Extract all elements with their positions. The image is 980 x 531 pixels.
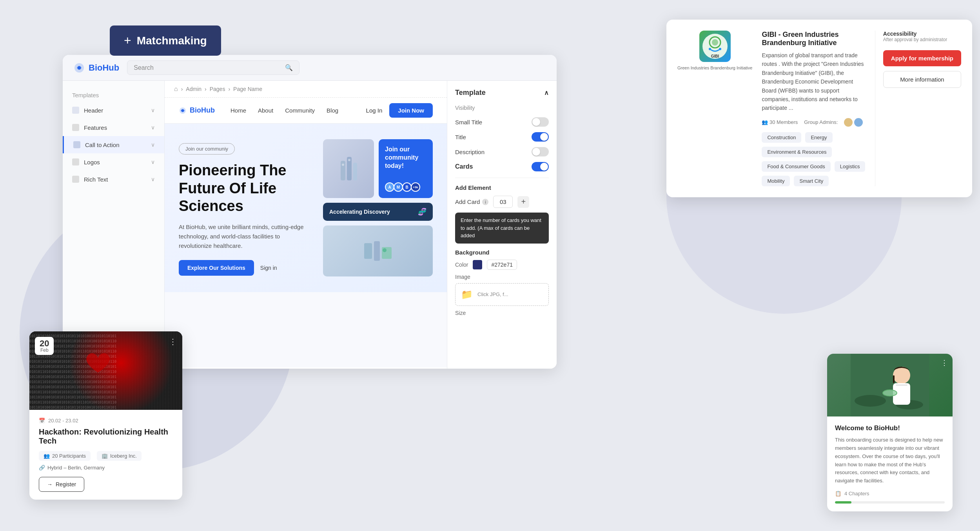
breadcrumb-pages[interactable]: Pages	[210, 86, 225, 92]
sidebar-label-features: Features	[84, 124, 107, 131]
search-bar[interactable]: Search 🔍	[127, 60, 299, 75]
svg-point-1	[78, 66, 81, 69]
progress-fill	[835, 501, 851, 504]
sidebar-label-header: Header	[84, 107, 103, 114]
register-button[interactable]: → Register	[39, 477, 84, 492]
hero-badge: Join our communiy	[179, 143, 235, 155]
title-label: Title	[455, 134, 466, 140]
breadcrumb-admin[interactable]: Admin	[186, 86, 201, 92]
svg-point-37	[893, 367, 910, 384]
panel-divider	[455, 178, 549, 178]
sidebar-item-cta[interactable]: Call to Action ∨	[63, 136, 164, 153]
website-preview: BioHub Home About Community Blog Log In …	[165, 98, 447, 367]
svg-rect-9	[364, 243, 372, 259]
description-label: Description	[455, 149, 485, 155]
matchmaking-button[interactable]: + Matchmaking	[110, 25, 221, 56]
sidebar-item-richtext[interactable]: Rich Text ∨	[63, 171, 164, 188]
login-button[interactable]: Log In	[366, 107, 383, 114]
participants-icon: 👥	[44, 453, 50, 459]
event-location: 🔗 Hybrid – Berlin, Germany	[39, 465, 173, 471]
breadcrumb-pagename[interactable]: Page Name	[233, 86, 262, 92]
more-information-button[interactable]: More information	[883, 71, 961, 88]
preview-nav-actions: Log In Join Now	[366, 103, 433, 118]
gibi-title: GIBI - Green Industries Brandenburg Init…	[762, 31, 865, 47]
svg-point-17	[719, 48, 721, 50]
panel-title: Template	[455, 89, 486, 97]
svg-text:010101101010010101011010110101: 0101011010100101010110101101010010101011…	[29, 380, 116, 384]
collapse-icon[interactable]: ∧	[544, 89, 549, 96]
nav-link-community[interactable]: Community	[285, 107, 315, 114]
background-section: Background Color #272e71 Image 📁 Click J…	[455, 249, 549, 316]
home-icon[interactable]: ⌂	[174, 85, 178, 93]
nav-link-about[interactable]: About	[258, 107, 273, 114]
scientist-illustration	[851, 354, 929, 416]
breadcrumb-sep1: ›	[181, 86, 183, 92]
small-title-toggle[interactable]	[532, 117, 549, 127]
svg-point-3	[181, 109, 184, 112]
preview-nav: BioHub Home About Community Blog Log In …	[165, 98, 447, 124]
tag-smart-city: Smart City	[794, 176, 829, 186]
tag-environment: Environment & Resources	[762, 147, 832, 157]
svg-point-15	[712, 39, 718, 45]
discovery-icon: 🧬	[418, 207, 426, 216]
cards-toggle[interactable]	[532, 162, 549, 171]
add-card-plus-button[interactable]: +	[517, 196, 529, 208]
image-upload-box[interactable]: 📁 Click JPG, f...	[455, 283, 549, 306]
event-body: 📅 20.02 - 23.02 Hackathon: Revolutionizi…	[29, 410, 182, 500]
svg-point-12	[383, 248, 387, 252]
toggle-small-title: Small Title	[455, 117, 549, 127]
community-card-title: Join our community today!	[385, 145, 426, 170]
member-a: A	[385, 182, 394, 192]
svg-rect-6	[353, 163, 357, 180]
onboarding-card: ⋮ Welcome to BioHub! This onboarding cou…	[827, 354, 953, 511]
event-menu-button[interactable]: ⋮	[169, 337, 177, 346]
gibi-logo-icon: GIBI	[701, 33, 729, 60]
color-value[interactable]: #272e71	[487, 260, 517, 270]
chapters-count: 4 Chapters	[844, 491, 869, 496]
onboarding-image: ⋮	[827, 354, 953, 416]
small-title-label: Small Title	[455, 119, 482, 125]
title-toggle[interactable]	[532, 132, 549, 142]
admin-logo-text: BioHub	[89, 63, 119, 73]
tooltip-box: Enter the number of cards you want to ad…	[455, 213, 549, 244]
svg-text:010101101010010101011010110101: 0101011010100101010110101101010010101011…	[29, 390, 116, 394]
features-icon	[72, 124, 79, 131]
add-card-input[interactable]	[493, 196, 513, 208]
explore-button[interactable]: Explore Our Solutions	[179, 260, 254, 276]
participants-badge: 👥 20 Participants	[39, 451, 91, 461]
gibi-description: Expansion of global transport and trade …	[762, 51, 865, 113]
nav-link-blog[interactable]: Blog	[327, 107, 338, 114]
sidebar-label-richtext: Rich Text	[84, 176, 108, 183]
admin-avatar-2	[854, 118, 863, 127]
onboarding-body: Welcome to BioHub! This onboarding cours…	[827, 416, 953, 511]
sidebar-item-header[interactable]: Header ∨	[63, 102, 164, 119]
gibi-main: GIBI - Green Industries Brandenburg Init…	[762, 31, 865, 186]
onboarding-menu-button[interactable]: ⋮	[941, 358, 948, 367]
description-knob	[532, 148, 540, 156]
nav-link-home[interactable]: Home	[230, 107, 246, 114]
sidebar-item-logos[interactable]: Logos ∨	[63, 153, 164, 171]
svg-text:GIBI: GIBI	[711, 54, 719, 58]
description-toggle[interactable]	[532, 147, 549, 156]
signin-button[interactable]: Sign in	[260, 265, 277, 271]
apply-membership-button[interactable]: Apply for membership	[883, 50, 961, 66]
organizer-name: Iceberg Inc.	[110, 453, 137, 459]
event-date-range: 📅 20.02 - 23.02	[39, 418, 173, 424]
join-now-button[interactable]: Join Now	[389, 103, 433, 118]
gibi-card: GIBI Green Industries Brandenburg Initia…	[666, 20, 972, 197]
preview-logo-text: BioHub	[190, 106, 215, 115]
onboarding-meta: 📋 4 Chapters	[835, 491, 945, 496]
discovery-card: Accelerating Discovery 🧬	[323, 203, 433, 221]
tag-construction: Construction	[762, 132, 801, 143]
logos-icon	[72, 158, 79, 165]
header-icon	[72, 107, 79, 114]
tag-logistics: Logistics	[835, 161, 866, 172]
admin-content: ⌂ › Admin › Pages › Page Name	[165, 81, 447, 369]
color-swatch[interactable]	[473, 260, 482, 269]
svg-rect-42	[893, 375, 895, 383]
sidebar-item-features[interactable]: Features ∨	[63, 119, 164, 136]
participants-count: 20 Participants	[52, 453, 86, 459]
admin-panel: BioHub Search 🔍 Templates Header ∨ Featu…	[63, 55, 557, 369]
accessibility-sub: After approval by administrator	[883, 37, 961, 42]
event-date-num: 20	[40, 339, 49, 348]
